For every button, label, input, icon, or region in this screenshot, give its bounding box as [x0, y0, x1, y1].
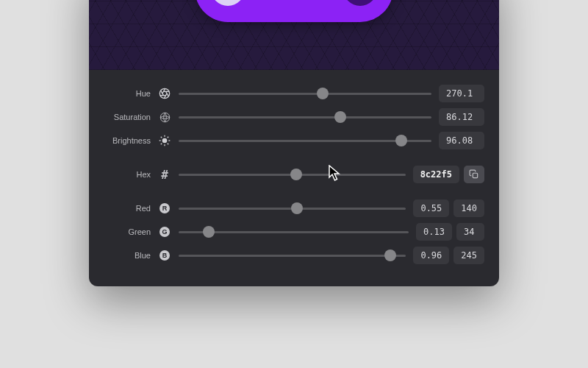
hex-row: Hex # 8c22f5	[98, 163, 484, 186]
blue-slider[interactable]	[179, 245, 406, 266]
hue-row: Hue 270.1	[98, 82, 484, 105]
brightness-slider[interactable]	[179, 130, 431, 151]
r-badge-icon: R	[158, 202, 171, 215]
g-badge-icon: G	[158, 225, 171, 238]
saturation-label: Saturation	[98, 113, 151, 121]
color-preview-area	[89, 0, 499, 70]
color-picker-panel: Hue 270.1 Saturat	[89, 0, 499, 286]
green-slider-thumb[interactable]	[203, 226, 215, 238]
aperture-icon	[158, 87, 171, 100]
rgb-group: Red R 0.55 140 Green G	[98, 197, 484, 267]
blue-float-field[interactable]: 0.96	[413, 247, 449, 264]
hue-field[interactable]: 270.1	[439, 85, 484, 102]
red-slider[interactable]	[179, 198, 406, 219]
mesh-icon	[158, 110, 171, 124]
svg-rect-17	[473, 173, 477, 177]
blue-int-field[interactable]: 245	[453, 247, 484, 264]
hue-slider-thumb[interactable]	[317, 88, 329, 99]
sun-icon	[158, 134, 171, 147]
hue-slider[interactable]	[179, 83, 431, 104]
svg-point-8	[162, 138, 166, 142]
saturation-slider-thumb[interactable]	[334, 111, 346, 123]
red-row: Red R 0.55 140	[98, 197, 484, 220]
green-float-field[interactable]: 0.13	[416, 223, 452, 241]
hash-icon: #	[158, 168, 171, 182]
shade-dot	[343, 0, 377, 6]
hex-group: Hex # 8c22f5	[98, 163, 484, 186]
red-float-field[interactable]: 0.55	[413, 199, 449, 217]
red-slider-thumb[interactable]	[291, 202, 303, 214]
red-int-field[interactable]: 140	[453, 199, 484, 217]
green-slider[interactable]	[179, 222, 409, 242]
saturation-row: Saturation 86.12	[98, 105, 484, 129]
b-badge-icon: B	[158, 249, 171, 262]
red-label: Red	[98, 204, 151, 213]
color-swatch[interactable]	[195, 0, 393, 22]
hex-label: Hex	[98, 170, 151, 179]
controls-area: Hue 270.1 Saturat	[89, 70, 499, 286]
saturation-slider[interactable]	[179, 107, 431, 127]
saturation-field[interactable]: 86.12	[439, 108, 484, 126]
green-int-field[interactable]: 34	[456, 223, 484, 241]
brightness-row: Brightness 96.08	[98, 129, 484, 152]
hue-label: Hue	[98, 89, 151, 98]
hex-slider-thumb[interactable]	[290, 169, 302, 180]
brightness-slider-thumb[interactable]	[395, 135, 407, 146]
svg-line-16	[168, 137, 168, 138]
brightness-label: Brightness	[98, 136, 151, 145]
svg-line-15	[161, 144, 162, 144]
blue-row: Blue B 0.96 245	[98, 244, 484, 267]
tint-dot	[211, 0, 245, 6]
svg-point-7	[160, 113, 170, 122]
copy-hex-button[interactable]	[464, 166, 484, 183]
brightness-field[interactable]: 96.08	[439, 132, 484, 149]
hex-slider[interactable]	[179, 164, 406, 185]
green-row: Green G 0.13 34	[98, 220, 484, 244]
hsb-group: Hue 270.1 Saturat	[98, 82, 484, 152]
hex-field[interactable]: 8c22f5	[413, 166, 459, 183]
green-label: Green	[98, 227, 151, 236]
blue-slider-thumb[interactable]	[384, 250, 396, 261]
svg-line-12	[168, 144, 168, 144]
blue-label: Blue	[98, 251, 151, 260]
svg-line-11	[161, 137, 162, 138]
